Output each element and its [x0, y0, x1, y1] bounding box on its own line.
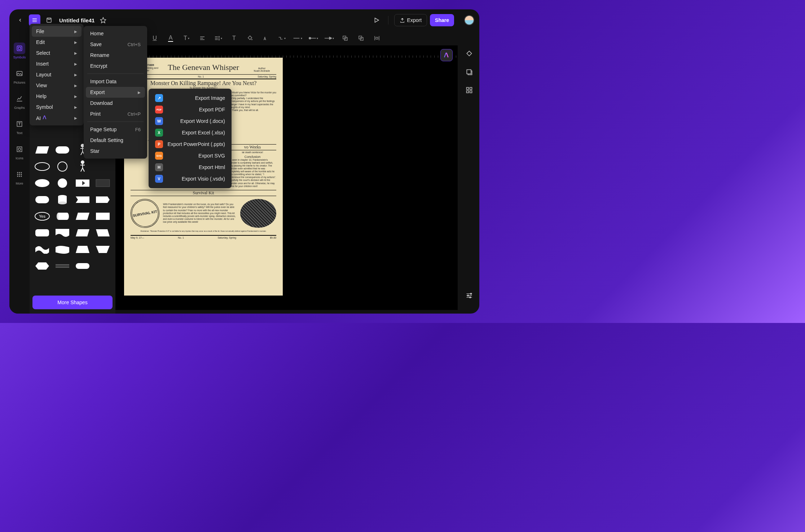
svg-marker-46: [96, 229, 110, 236]
export-button[interactable]: Export: [394, 14, 427, 26]
export-menu-export-image[interactable]: ↗Export Image: [152, 92, 228, 104]
layers-icon[interactable]: [464, 67, 474, 77]
svg-point-15: [17, 174, 18, 175]
shape-stickman[interactable]: [74, 159, 92, 174]
rail-item-more[interactable]: More: [14, 169, 25, 185]
shape-parallelogram2[interactable]: [74, 209, 92, 223]
star-icon[interactable]: [97, 14, 109, 26]
svg-point-28: [58, 178, 67, 188]
shape-arrow-block[interactable]: [74, 176, 92, 190]
menu-layout[interactable]: Layout▶: [32, 69, 82, 80]
rail-item-symbols[interactable]: Symbols: [13, 43, 26, 59]
shape-ellipse-outline[interactable]: [33, 159, 51, 174]
menu-help[interactable]: Help▶: [32, 91, 82, 102]
shape-parallelogram[interactable]: [33, 143, 51, 157]
svg-marker-49: [35, 262, 49, 270]
shape-circle-outline[interactable]: [53, 159, 71, 174]
shape-rounded[interactable]: [53, 143, 71, 157]
shape-tile[interactable]: [94, 209, 112, 223]
svg-point-41: [65, 213, 69, 220]
svg-marker-47: [76, 246, 89, 253]
file-menu-home[interactable]: Home: [86, 28, 145, 39]
rail-item-graphs[interactable]: Graphs: [14, 93, 25, 110]
svg-point-59: [467, 295, 469, 296]
svg-point-26: [81, 161, 84, 164]
svg-rect-0: [47, 18, 51, 22]
shape-circle[interactable]: [53, 176, 71, 190]
more-shapes-button[interactable]: More Shapes: [32, 296, 113, 309]
svg-rect-56: [467, 91, 469, 93]
svg-marker-48: [96, 246, 110, 253]
shape-trap4[interactable]: [94, 242, 112, 257]
file-menu-rename[interactable]: Rename: [86, 50, 145, 61]
export-menu-export-pdf[interactable]: PDFExport PDF: [152, 104, 228, 115]
svg-rect-31: [35, 196, 49, 203]
shape-rounded[interactable]: [33, 192, 51, 207]
svg-point-19: [19, 176, 20, 177]
file-menu-print[interactable]: PrintCtrl+P: [86, 108, 145, 119]
svg-rect-30: [96, 179, 110, 187]
shape-trap2[interactable]: [94, 226, 112, 240]
file-menu-default-setting[interactable]: Default Setting: [86, 135, 145, 146]
svg-rect-43: [96, 213, 110, 220]
svg-point-34: [58, 201, 67, 204]
file-menu-encrypt[interactable]: Encrypt: [86, 61, 145, 71]
shape-banner2[interactable]: [94, 192, 112, 207]
svg-point-24: [35, 163, 49, 170]
grid-icon[interactable]: [464, 85, 474, 95]
file-menu-save[interactable]: SaveCtrl+S: [86, 39, 145, 50]
menu-ai[interactable]: AI ▶: [32, 112, 82, 123]
file-menu-export[interactable]: Export▶: [86, 87, 145, 98]
rail-item-pictures[interactable]: Pictures: [14, 68, 26, 84]
avatar[interactable]: [464, 15, 474, 25]
export-menu: ↗Export ImagePDFExport PDFWExport Word (…: [149, 89, 232, 188]
menu-view[interactable]: View▶: [32, 80, 82, 91]
shape-hex[interactable]: [33, 259, 51, 273]
shape-doc[interactable]: [53, 226, 71, 240]
menu-symbol[interactable]: Symbol▶: [32, 102, 82, 112]
shape-cylinder2[interactable]: [53, 209, 71, 223]
shape-pill[interactable]: [74, 259, 92, 273]
export-menu-export-visio-vsdx-[interactable]: VExport Visio (.vsdx): [152, 173, 228, 185]
back-button[interactable]: [14, 14, 26, 26]
menu-select[interactable]: Select▶: [32, 48, 82, 58]
shape-trap[interactable]: [74, 226, 92, 240]
share-button[interactable]: Share: [430, 14, 454, 26]
doc-masthead: The Genevan Whisper: [159, 63, 247, 72]
shape-banner[interactable]: [74, 192, 92, 207]
file-menu-star[interactable]: Star: [86, 146, 145, 156]
settings-toggle-icon[interactable]: [464, 291, 474, 301]
shape-wave2[interactable]: [53, 242, 71, 257]
file-menu-page-setup[interactable]: Page SetupF6: [86, 124, 145, 135]
file-menu-download[interactable]: Download: [86, 98, 145, 108]
menu-insert[interactable]: Insert▶: [32, 58, 82, 69]
rail-item-text[interactable]: Text: [14, 118, 25, 135]
menu-edit[interactable]: Edit▶: [32, 37, 82, 48]
play-icon[interactable]: [371, 14, 382, 26]
shape-thin[interactable]: [53, 259, 71, 273]
svg-marker-42: [76, 213, 89, 220]
export-menu-export-excel-xlsx-[interactable]: XExport Excel (.xlsx): [152, 127, 228, 138]
shape-rounded2[interactable]: [33, 226, 51, 240]
svg-text:Yes: Yes: [39, 214, 45, 218]
svg-rect-51: [56, 266, 69, 268]
shape-ellipse[interactable]: [33, 176, 51, 190]
shape-yes-bubble[interactable]: Yes: [33, 209, 51, 223]
export-menu-export-svg[interactable]: SVGExport SVG: [152, 150, 228, 161]
export-menu-export-powerpoint-pptx-[interactable]: PExport PowerPoint (.pptx): [152, 138, 228, 150]
menu-file[interactable]: File▶: [32, 26, 82, 37]
export-menu-export-html[interactable]: HExport Html: [152, 161, 228, 173]
shape-trap3[interactable]: [74, 242, 92, 257]
file-menu-import-data[interactable]: Import Data: [86, 76, 145, 87]
export-menu-export-word-docx-[interactable]: WExport Word (.docx): [152, 115, 228, 127]
svg-point-12: [17, 172, 18, 173]
ai-fab[interactable]: [440, 49, 453, 61]
shape-cylinder[interactable]: [53, 192, 71, 207]
theme-icon[interactable]: [464, 49, 474, 59]
file-menu: HomeSaveCtrl+SRenameEncryptImport DataEx…: [84, 26, 147, 159]
svg-rect-54: [467, 88, 469, 90]
shape-dark[interactable]: [94, 176, 112, 190]
rail-item-icons[interactable]: Icons: [14, 143, 25, 160]
svg-rect-22: [56, 146, 69, 154]
shape-wave[interactable]: [33, 242, 51, 257]
